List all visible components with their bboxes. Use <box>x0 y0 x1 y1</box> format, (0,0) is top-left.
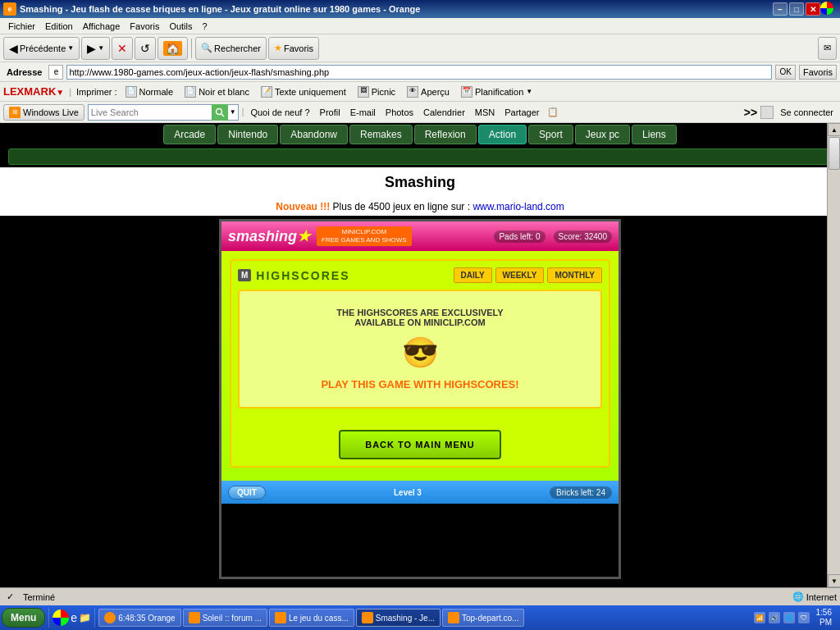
windows-live-button[interactable]: ⊞ Windows Live <box>3 104 84 121</box>
favorites-button[interactable]: ★ Favoris <box>268 37 319 60</box>
connect-link[interactable]: Se connecter <box>777 106 837 119</box>
go-button[interactable]: OK <box>775 65 795 80</box>
quit-button[interactable]: QUIT <box>228 486 266 500</box>
nav-sport[interactable]: Sport <box>528 125 573 144</box>
nav-action[interactable]: Action <box>478 125 527 144</box>
bw-print-button[interactable]: 📄 Noir et blanc <box>181 85 253 98</box>
m-icon: M <box>238 269 251 281</box>
toolbar-separator <box>191 39 192 58</box>
scroll-up-button[interactable]: ▲ <box>828 123 840 136</box>
play-with-highscores-link[interactable]: PLAY THIS GAME WITH HIGHSCORES! <box>256 378 584 390</box>
quick-launch-folder[interactable]: 📁 <box>79 612 91 623</box>
game-stats: Pads left: 0 Score: 32400 <box>494 231 612 243</box>
taskbar-orange[interactable]: 6:48:35 Orange <box>98 609 181 627</box>
nav-liens[interactable]: Liens <box>632 125 677 144</box>
lexmark-bar: LEXMARK▼ | Imprimer : 📄 Normale 📄 Noir e… <box>0 82 840 102</box>
webpage: Arcade Nintendo Abandonw Remakes Reflexi… <box>0 123 840 587</box>
game-search-inner <box>8 148 832 165</box>
level-info: Level 3 <box>269 488 546 497</box>
live-search-go-button[interactable] <box>212 104 228 121</box>
start-button[interactable]: Menu <box>2 608 45 628</box>
taskbar-soleil[interactable]: Soleil :: forum ... <box>183 609 267 627</box>
scroll-thumb[interactable] <box>829 137 840 170</box>
nav-nintendo[interactable]: Nintendo <box>217 125 278 144</box>
scrollbar: ▲ ▼ <box>827 123 840 587</box>
connect-area: Se connecter <box>760 106 837 119</box>
menu-help[interactable]: ? <box>198 20 212 33</box>
weekly-tab[interactable]: WEEKLY <box>495 267 545 283</box>
nav-abandonw[interactable]: Abandonw <box>280 125 348 144</box>
mail-button[interactable]: ✉ <box>818 37 837 60</box>
tray-icon-3: 🌐 <box>783 612 795 623</box>
forward-button[interactable]: ▶ ▼ <box>81 37 110 60</box>
close-button[interactable]: ✕ <box>806 2 820 16</box>
email-link[interactable]: E-mail <box>347 106 379 119</box>
system-tray: 📶 🔊 🌐 🛡 1:56PM <box>751 608 838 628</box>
menu-affichage[interactable]: Affichage <box>78 20 126 33</box>
bricks-info: Bricks left: 24 <box>550 486 612 499</box>
picnic-button[interactable]: 🖼 Picnic <box>354 85 399 98</box>
window-controls: − □ ✕ <box>773 2 820 16</box>
more-button[interactable]: >> <box>744 106 757 119</box>
smashing-icon <box>362 612 373 623</box>
text-print-button[interactable]: 📝 Texte uniquement <box>258 85 349 98</box>
page-title: Smashing <box>385 174 455 190</box>
monthly-tab[interactable]: MONTHLY <box>547 267 602 283</box>
quick-launch-ie[interactable]: e <box>71 611 77 624</box>
nav-remakes[interactable]: Remakes <box>349 125 413 144</box>
live-search-box: ▼ <box>88 104 239 121</box>
maximize-button[interactable]: □ <box>789 2 804 16</box>
address-bar: Adresse e OK Favoris <box>0 62 840 82</box>
live-search-input[interactable] <box>89 105 212 120</box>
game-search-area <box>0 146 840 167</box>
nav-reflexion[interactable]: Reflexion <box>414 125 477 144</box>
menu-fichier[interactable]: Fichier <box>3 20 40 33</box>
menu-favoris[interactable]: Favoris <box>125 20 164 33</box>
nouveau-label: Nouveau !!! <box>276 201 330 212</box>
internet-icon: 🌐 <box>792 591 804 602</box>
status-right: 🌐 Internet <box>792 591 837 602</box>
quick-launch-windows[interactable] <box>52 609 69 626</box>
quoi-link[interactable]: Quoi de neuf ? <box>247 106 313 119</box>
lexmark-logo: LEXMARK▼ <box>3 85 64 98</box>
menu-outils[interactable]: Outils <box>164 20 197 33</box>
photos-link[interactable]: Photos <box>382 106 417 119</box>
refresh-button[interactable]: ↺ <box>135 37 156 60</box>
partager-link[interactable]: Partager <box>501 106 542 119</box>
stop-button[interactable]: ✕ <box>112 37 133 60</box>
game-main-area: M HIGHSCORES DAILY WEEKLY MONTHLY <box>221 251 619 481</box>
game-container: smashing★ MINICLIP.COM FREE GAMES AND SH… <box>0 216 840 587</box>
system-clock: 1:56PM <box>813 608 835 628</box>
menu-edition[interactable]: Edition <box>40 20 78 33</box>
window-title: Smashing - Jeu flash de casse briques en… <box>20 4 773 14</box>
live-search-dropdown[interactable]: ▼ <box>228 108 238 116</box>
game-frame: smashing★ MINICLIP.COM FREE GAMES AND SH… <box>219 219 621 579</box>
taskbar-game[interactable]: Le jeu du cass... <box>269 609 354 627</box>
home-button[interactable]: 🏠 <box>158 37 188 60</box>
page-icon: e <box>48 65 63 80</box>
scroll-down-button[interactable]: ▼ <box>828 574 840 587</box>
msn-link[interactable]: MSN <box>472 106 498 119</box>
nav-arcade[interactable]: Arcade <box>163 125 216 144</box>
normal-print-button[interactable]: 📄 Normale <box>122 85 177 98</box>
orange-icon <box>104 612 116 623</box>
nav-jeuxpc[interactable]: Jeux pc <box>575 125 630 144</box>
apercu-button[interactable]: 👁 Aperçu <box>404 85 453 98</box>
back-to-menu-button[interactable]: BACK TO MAIN MENU <box>339 430 501 459</box>
toolbar: ◀ Précédente ▼ ▶ ▼ ✕ ↺ 🏠 🔍 Rechercher ★ … <box>0 34 840 62</box>
minimize-button[interactable]: − <box>773 2 788 16</box>
scroll-track[interactable] <box>828 136 840 574</box>
taskbar-top[interactable]: Top-depart.co... <box>442 609 524 627</box>
planif-button[interactable]: 📅 Planification ▼ <box>458 85 536 98</box>
taskbar-smashing[interactable]: Smashing - Je... <box>356 609 441 627</box>
promo-text: Plus de 4500 jeux en ligne sur : <box>333 201 470 212</box>
promo-link[interactable]: www.mario-land.com <box>472 201 564 212</box>
back-button[interactable]: ◀ Précédente ▼ <box>3 37 80 60</box>
address-favorites-button[interactable]: Favoris <box>799 65 837 80</box>
address-input[interactable] <box>66 65 772 80</box>
calendrier-link[interactable]: Calendrier <box>420 106 468 119</box>
daily-tab[interactable]: DAILY <box>454 267 492 283</box>
profil-link[interactable]: Profil <box>317 106 344 119</box>
search-button[interactable]: 🔍 Rechercher <box>195 37 267 60</box>
connect-checkbox[interactable] <box>760 106 774 119</box>
